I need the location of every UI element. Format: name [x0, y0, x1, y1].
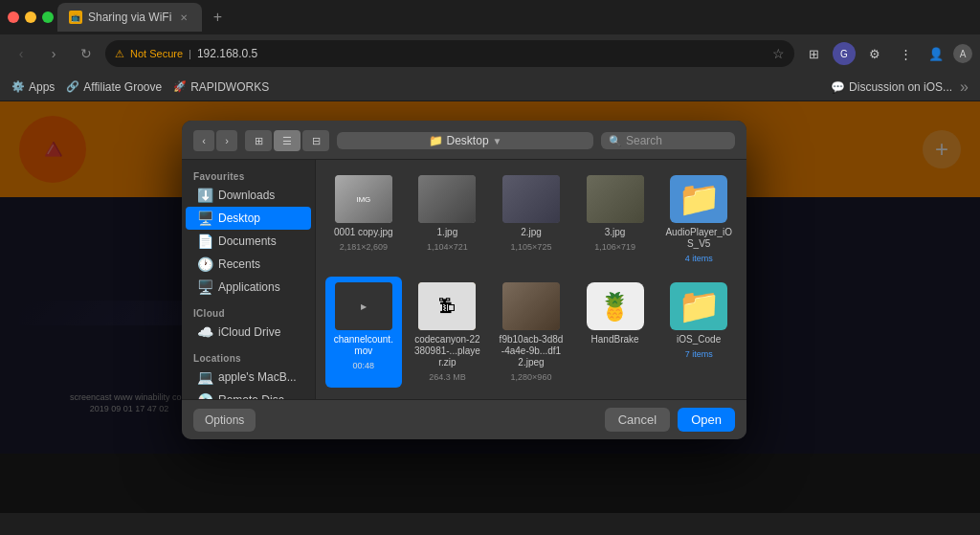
options-button[interactable]: Options [193, 409, 256, 432]
file-item[interactable]: 📄 [325, 395, 402, 399]
bookmark-affiliate[interactable]: 🔗 Affiliate Groove [66, 80, 162, 94]
file-thumbnail: 📁 [670, 282, 727, 330]
dialog-list-view-button[interactable]: ☰ [274, 130, 301, 151]
sidebar-item-downloads[interactable]: ⬇️ Downloads [186, 184, 311, 207]
bookmark-star-icon[interactable]: ☆ [772, 46, 785, 61]
desktop-icon: 🖥️ [197, 211, 212, 226]
apps-bookmark-icon: ⚙️ [11, 80, 25, 93]
file-name: HandBrake [591, 334, 639, 346]
file-meta: 00:48 [353, 361, 375, 370]
address-bar[interactable]: ⚠ Not Secure | 192.168.0.5 ☆ [105, 40, 794, 67]
icloud-section-label: iCloud [182, 304, 315, 321]
rapidworks-bookmark-icon: 🚀 [173, 80, 187, 93]
dialog-back-button[interactable]: ‹ [193, 130, 214, 151]
folder-teal-icon: 📁 [678, 286, 721, 326]
profile-icon: G [833, 42, 856, 65]
dialog-forward-button[interactable]: › [216, 130, 237, 151]
sidebar-item-macbook[interactable]: 💻 apple's MacB... [186, 366, 311, 389]
sidebar-item-recents[interactable]: 🕐 Recents [186, 253, 311, 276]
tab-title: Sharing via WiFi [88, 11, 171, 24]
file-meta: 1,104×721 [427, 242, 468, 252]
dialog-location[interactable]: 📁 Desktop ▼ [337, 132, 593, 149]
extensions-button[interactable]: ⊞ [800, 40, 827, 67]
dialog-search: 🔍 [601, 132, 735, 149]
file-name: iOS_Code [677, 334, 721, 346]
file-item[interactable]: 3.jpg 1,106×719 [577, 169, 654, 269]
file-item[interactable]: 🗜 codecanyon-22380981-...player.zip 264.… [410, 277, 486, 388]
file-name: AudioPlayer_iOS_V5 [665, 227, 732, 250]
locations-section-label: Locations [182, 349, 315, 366]
file-item-selected[interactable]: ▶ channelcount.mov 00:48 [325, 277, 402, 388]
discussion-sidebar[interactable]: 💬 Discussion on iOS... [831, 80, 952, 94]
file-meta: 1,106×719 [594, 242, 635, 252]
file-meta: 2,181×2,609 [340, 242, 388, 252]
dialog-sidebar: Favourites ⬇️ Downloads 🖥️ Desktop 📄 Doc… [182, 160, 316, 399]
file-item[interactable]: IMG 0001 copy.jpg 2,181×2,609 [325, 169, 402, 269]
file-item[interactable]: f9b10acb-3d8d-4a4e-9b...df12.jpeg 1,280×… [493, 277, 569, 388]
account-button[interactable]: G [831, 40, 858, 67]
app-icon: 🍍 [598, 291, 632, 323]
sidebar-downloads-label: Downloads [218, 189, 275, 202]
file-name: f9b10acb-3d8d-4a4e-9b...df12.jpeg [498, 334, 565, 368]
sidebar-item-applications[interactable]: 🖥️ Applications [186, 276, 311, 299]
folder-icon: 📁 [678, 179, 721, 219]
new-tab-button[interactable]: + [206, 6, 229, 29]
separator: | [189, 48, 191, 59]
sidebar-item-desktop[interactable]: 🖥️ Desktop [186, 207, 311, 230]
applications-icon: 🖥️ [197, 279, 212, 295]
file-item[interactable]: 🍍 HandBrake [577, 277, 654, 388]
reload-button[interactable]: ↻ [73, 40, 100, 67]
bookmark-rapidworks-label: RAPIDWORKS [190, 80, 269, 94]
file-item[interactable]: 📁 AudioPlayer_iOS_V5 4 items [660, 169, 737, 269]
account-avatar[interactable]: A [953, 44, 972, 63]
dialog-search-input[interactable] [626, 134, 727, 147]
file-thumbnail: ▶ [335, 282, 392, 330]
file-item[interactable]: 📁 iOS_Code 7 items [660, 277, 737, 388]
open-button[interactable]: Open [678, 408, 735, 432]
forward-button[interactable]: › [40, 40, 67, 67]
thumb-img: IMG [335, 175, 392, 223]
dialog-footer: Options Cancel Open [182, 399, 746, 439]
file-meta: 7 items [685, 349, 713, 359]
tab-favicon: 📺 [69, 11, 82, 24]
file-item[interactable] [577, 395, 654, 399]
dialog-files[interactable]: IMG 0001 copy.jpg 2,181×2,609 1.jpg 1,10… [316, 160, 746, 399]
nav-bar: ‹ › ↻ ⚠ Not Secure | 192.168.0.5 ☆ ⊞ G ⚙… [0, 34, 980, 73]
more-button[interactable]: ⋮ [892, 40, 919, 67]
affiliate-bookmark-icon: 🔗 [66, 80, 79, 93]
file-thumbnail: IMG [335, 175, 392, 223]
settings-button[interactable]: ⚙ [861, 40, 888, 67]
dialog-icon-view-button[interactable]: ⊞ [245, 130, 272, 151]
sidebar-item-icloud[interactable]: ☁️ iCloud Drive [186, 321, 311, 344]
dialog-column-view-button[interactable]: ⊟ [302, 130, 329, 151]
file-dialog: ‹ › ⊞ ☰ ⊟ 📁 Desktop ▼ 🔍 [182, 121, 746, 439]
file-meta: 1,280×960 [511, 372, 552, 382]
sidebar-item-documents[interactable]: 📄 Documents [186, 230, 311, 253]
sidebar-item-remote-disc[interactable]: 💿 Remote Disc [186, 389, 311, 399]
file-name: 0001 copy.jpg [334, 227, 393, 238]
fullscreen-window-button[interactable] [42, 11, 54, 23]
file-item[interactable]: 1.jpg 1,104×721 [410, 169, 486, 269]
sidebar-documents-label: Documents [218, 234, 277, 248]
file-thumbnail: 🍍 [587, 282, 644, 330]
more-bookmarks-button[interactable]: » [960, 78, 969, 96]
nav-right: ⊞ G ⚙ ⋮ 👤 A [800, 40, 972, 67]
user-button[interactable]: 👤 [923, 40, 949, 67]
sidebar-desktop-label: Desktop [218, 212, 260, 225]
tab-bar-left [8, 11, 54, 23]
close-window-button[interactable] [8, 11, 19, 23]
back-button[interactable]: ‹ [8, 40, 34, 67]
file-item[interactable]: 2.jpg 1,105×725 [493, 169, 569, 269]
traffic-lights [8, 11, 54, 23]
sidebar-remote-disc-label: Remote Disc [218, 393, 284, 399]
tab-close-button[interactable]: ✕ [177, 11, 190, 24]
minimize-window-button[interactable] [25, 11, 36, 23]
cancel-button[interactable]: Cancel [605, 408, 670, 432]
file-name: 3.jpg [605, 227, 626, 238]
bookmark-rapidworks[interactable]: 🚀 RAPIDWORKS [173, 80, 269, 94]
bookmark-apps[interactable]: ⚙️ Apps [11, 80, 55, 94]
file-item[interactable] [493, 395, 569, 399]
browser-tab[interactable]: 📺 Sharing via WiFi ✕ [57, 3, 202, 32]
file-item[interactable] [410, 395, 486, 399]
icloud-icon: ☁️ [197, 324, 212, 340]
